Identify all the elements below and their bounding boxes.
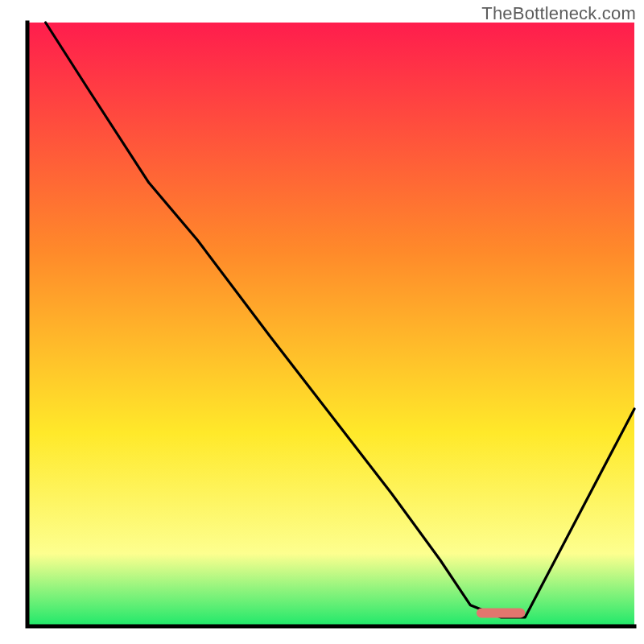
bottleneck-chart bbox=[0, 0, 644, 644]
gradient-background bbox=[27, 23, 634, 626]
minimum-marker bbox=[477, 609, 525, 618]
chart-container: TheBottleneck.com bbox=[0, 0, 644, 644]
watermark-label: TheBottleneck.com bbox=[481, 3, 636, 24]
